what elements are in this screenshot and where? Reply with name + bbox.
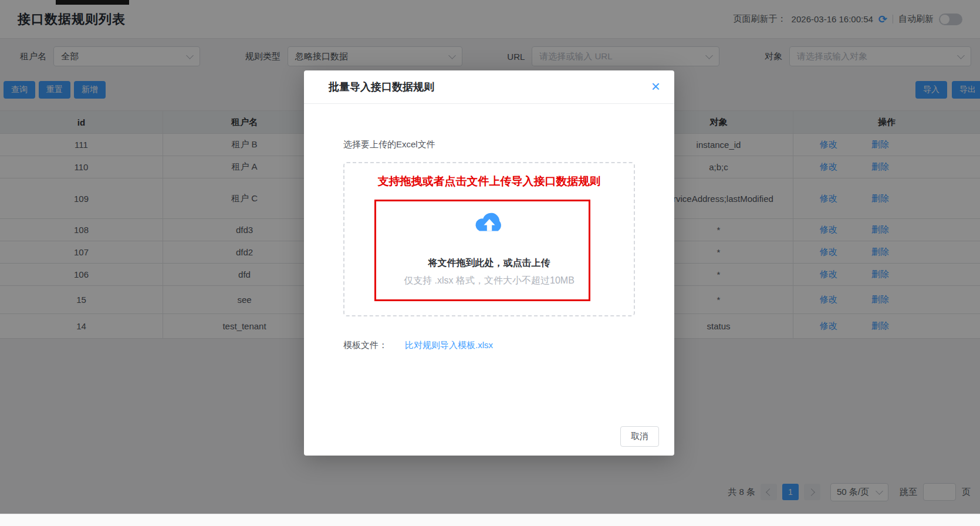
dropzone-hint-text: 仅支持 .xlsx 格式，文件大小不超过10MB (404, 275, 575, 287)
annotation-note: 支持拖拽或者点击文件上传导入接口数据规则 (378, 174, 601, 189)
close-icon[interactable]: × (651, 79, 660, 94)
batch-import-dialog: 批量导入接口数据规则 × 选择要上传的Excel文件 支持拖拽或者点击文件上传导… (304, 70, 674, 456)
cloud-upload-icon (473, 211, 506, 236)
cancel-button[interactable]: 取消 (620, 426, 659, 447)
template-file-link[interactable]: 比对规则导入模板.xlsx (405, 340, 493, 351)
template-file-row: 模板文件： 比对规则导入模板.xlsx (343, 340, 635, 351)
dialog-body: 选择要上传的Excel文件 支持拖拽或者点击文件上传导入接口数据规则 将文件拖到… (304, 104, 674, 351)
dialog-header: 批量导入接口数据规则 (304, 70, 674, 104)
page-root: 接口数据规则列表 页面刷新于： 2026-03-16 16:00:54 ⟳ 自动… (0, 0, 980, 526)
upload-dropzone[interactable]: 支持拖拽或者点击文件上传导入接口数据规则 将文件拖到此处，或点击上传 仅支持 .… (343, 162, 635, 316)
bottom-edge-strip (0, 514, 980, 526)
top-black-strip (56, 0, 129, 5)
dropzone-main-text: 将文件拖到此处，或点击上传 (428, 257, 550, 269)
template-file-label: 模板文件： (343, 340, 387, 351)
dialog-title: 批量导入接口数据规则 (329, 80, 434, 94)
upload-section-label: 选择要上传的Excel文件 (343, 139, 635, 150)
